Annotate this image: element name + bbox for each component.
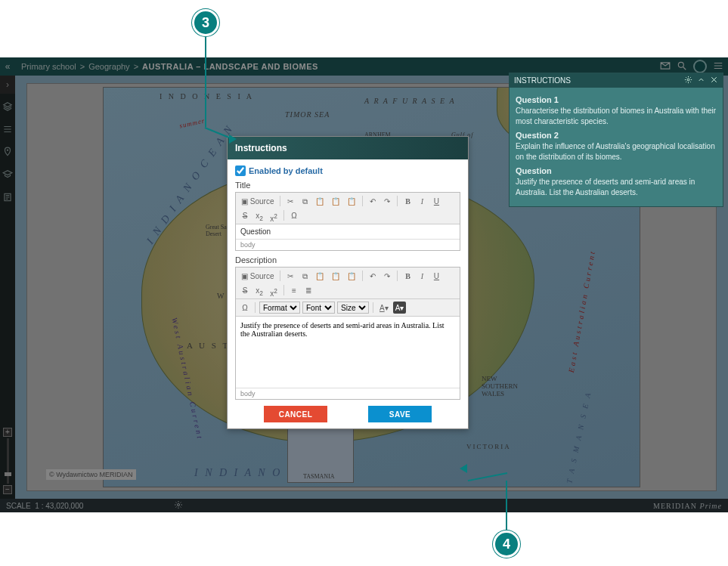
panel-close-icon[interactable] xyxy=(705,76,718,85)
question-1-text: Characterise the distribution of biomes … xyxy=(516,106,717,126)
desc-field-label: Description xyxy=(235,255,460,264)
callout-3-number: 3 xyxy=(202,15,209,31)
omega-icon[interactable]: Ω xyxy=(288,209,300,221)
bold-icon-2[interactable]: B xyxy=(401,270,414,282)
question-3-title: Question xyxy=(516,166,717,175)
cancel-button[interactable]: CANCEL xyxy=(264,406,327,422)
underline-icon-2[interactable]: U xyxy=(430,270,442,282)
title-editor: ▣ Source ✂ ⧉ 📋 📋 📋 ↶ ↷ B I U xyxy=(235,192,460,251)
panel-settings-icon[interactable] xyxy=(680,76,692,85)
numlist-icon[interactable]: ≡ xyxy=(288,284,300,296)
modal-body: Enabled by default Title ▣ Source ✂ ⧉ 📋 … xyxy=(228,159,468,428)
enabled-label[interactable]: Enabled by default xyxy=(249,166,323,175)
question-2-text: Explain the influence of Australia's geo… xyxy=(516,141,717,162)
redo-icon-2[interactable]: ↷ xyxy=(381,270,393,282)
callout-3-arrow xyxy=(229,135,237,144)
subscript-icon-2[interactable]: x2 xyxy=(253,284,265,296)
strike-icon[interactable]: S xyxy=(239,209,251,221)
superscript-icon-2[interactable]: x2 xyxy=(268,284,280,296)
italic-icon-2[interactable]: I xyxy=(416,270,428,282)
source-button-2[interactable]: ▣ Source xyxy=(239,270,276,282)
undo-icon-2[interactable]: ↶ xyxy=(367,270,379,282)
paste-icon-2[interactable]: 📋 xyxy=(313,270,327,282)
title-toolbar: ▣ Source ✂ ⧉ 📋 📋 📋 ↶ ↷ B I U xyxy=(236,193,460,224)
title-path: body xyxy=(236,239,460,250)
callout-badge-3: 3 xyxy=(192,9,219,36)
paste-text-icon[interactable]: 📋 xyxy=(329,195,342,207)
instructions-panel: INSTRUCTIONS Question 1 Characterise the… xyxy=(509,73,723,207)
callout-4-arrow xyxy=(460,464,467,473)
callout-4-number: 4 xyxy=(503,537,510,552)
modal-title: Instructions xyxy=(228,137,468,159)
cut-icon-2[interactable]: ✂ xyxy=(284,270,296,282)
modal-buttons: CANCEL SAVE xyxy=(235,406,460,422)
copy-icon[interactable]: ⧉ xyxy=(299,195,311,207)
source-button[interactable]: ▣ Source xyxy=(239,195,276,207)
paste-text-icon-2[interactable]: 📋 xyxy=(329,270,342,282)
callout-badge-4: 4 xyxy=(493,530,520,558)
subscript-icon[interactable]: x2 xyxy=(253,209,265,221)
instructions-panel-body: Question 1 Characterise the distribution… xyxy=(510,88,723,206)
redo-icon[interactable]: ↷ xyxy=(381,195,393,207)
superscript-icon[interactable]: x2 xyxy=(268,209,280,221)
title-input[interactable] xyxy=(236,224,460,239)
omega-icon-2[interactable]: Ω xyxy=(239,302,251,314)
instructions-modal: Instructions Enabled by default Title ▣ … xyxy=(227,136,469,429)
callout-3-line xyxy=(205,36,206,127)
font-select[interactable]: Font xyxy=(302,302,335,314)
question-2-title: Question 2 xyxy=(516,131,717,140)
question-3-text: Justify the presence of deserts and semi… xyxy=(516,177,717,197)
instructions-panel-title: INSTRUCTIONS xyxy=(514,76,571,85)
panel-collapse-icon[interactable] xyxy=(692,76,705,85)
bold-icon[interactable]: B xyxy=(401,195,414,207)
bulist-icon[interactable]: ≣ xyxy=(302,284,314,296)
instructions-panel-header: INSTRUCTIONS xyxy=(510,73,723,88)
paste-icon[interactable]: 📋 xyxy=(313,195,327,207)
strike-icon-2[interactable]: S xyxy=(239,284,251,296)
paste-word-icon-2[interactable]: 📋 xyxy=(345,270,358,282)
bgcolor-icon[interactable]: A▾ xyxy=(393,302,407,314)
italic-icon[interactable]: I xyxy=(416,195,428,207)
copy-icon-2[interactable]: ⧉ xyxy=(299,270,311,282)
callout-4-line xyxy=(506,481,507,530)
save-button[interactable]: SAVE xyxy=(368,406,432,422)
desc-path: body xyxy=(236,388,460,399)
question-1-title: Question 1 xyxy=(516,95,717,104)
title-field-label: Title xyxy=(235,181,460,190)
desc-editor: ▣ Source ✂ ⧉ 📋 📋 📋 ↶ ↷ B I U xyxy=(235,267,460,400)
svg-point-4 xyxy=(687,79,689,81)
textcolor-icon[interactable]: A▾ xyxy=(377,302,391,314)
underline-icon[interactable]: U xyxy=(430,195,442,207)
desc-textarea[interactable] xyxy=(236,317,460,386)
app-window: « Primary school > Geography > AUSTRALIA… xyxy=(0,57,728,512)
size-select[interactable]: Size xyxy=(337,302,369,314)
desc-toolbar-2: Ω Format Font Size A▾ A▾ xyxy=(236,299,460,317)
undo-icon[interactable]: ↶ xyxy=(367,195,379,207)
paste-word-icon[interactable]: 📋 xyxy=(345,195,358,207)
enabled-checkbox[interactable] xyxy=(235,165,246,176)
format-select[interactable]: Format xyxy=(259,302,300,314)
desc-toolbar-1: ▣ Source ✂ ⧉ 📋 📋 📋 ↶ ↷ B I U xyxy=(236,268,460,299)
cut-icon[interactable]: ✂ xyxy=(284,195,296,207)
